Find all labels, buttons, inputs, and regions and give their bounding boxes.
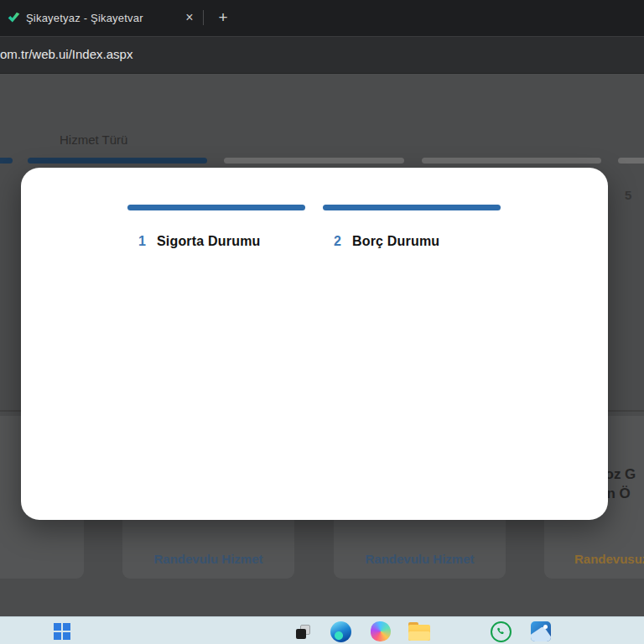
sikayetvar-favicon-check-icon [7,11,21,25]
modal-step-2-label: Borç Durumu [352,234,439,249]
edge-button[interactable] [330,621,351,642]
modal-step-2-progress-bar [323,205,501,210]
bg-step-bar-2 [224,158,404,164]
whatsapp-button[interactable] [490,621,512,642]
task-view-icon [296,625,310,639]
modal-step-1: 1 Sigorta Durumu [127,205,305,249]
edge-icon [330,621,351,642]
new-tab-button[interactable]: + [213,8,233,28]
service-card-button[interactable]: Randevulu Hizmet [334,552,506,566]
service-card-button[interactable]: u Hizmet [0,552,84,580]
whatsapp-icon [491,621,512,642]
tab-title: Şikayetyaz - Şikayetvar [26,12,143,24]
tab-close-icon[interactable]: × [180,8,199,27]
windows-taskbar [0,616,644,644]
copilot-button[interactable] [370,621,392,642]
modal-dialog: 1 Sigorta Durumu 2 Borç Durumu [21,168,608,520]
photos-button[interactable] [530,621,552,642]
browser-tab-strip: Şikayetyaz - Şikayetvar × + [0,0,644,36]
service-card-button[interactable]: Randevulu Hizmet [122,552,294,566]
file-explorer-button[interactable] [408,621,430,642]
modal-step-1-number: 1 [138,234,146,249]
page-heading: Hizmet Türü [60,132,127,147]
copilot-icon [371,621,391,641]
bg-step-bar-0 [0,158,13,164]
service-card-button[interactable]: Randevusuz [544,552,644,566]
bg-step-bar-1 [28,158,207,164]
modal-step-1-label: Sigorta Durumu [157,234,261,249]
bg-step-bar-3 [422,158,601,164]
address-bar[interactable]: om.tr/web.ui/Index.aspx [0,36,644,74]
task-view-button[interactable] [292,621,314,642]
url-text: om.tr/web.ui/Index.aspx [0,47,132,61]
file-explorer-icon [408,626,430,641]
tab-separator [203,10,204,25]
modal-step-1-progress-bar [127,205,305,210]
modal-step-2-number: 2 [334,234,341,249]
photos-icon [531,621,551,641]
modal-step-2: 2 Borç Durumu [323,205,501,249]
start-button[interactable] [51,621,73,642]
bg-step-number: 5 [625,188,631,202]
screen: Şikayetyaz - Şikayetvar × + om.tr/web.ui… [0,0,644,644]
bg-step-bar-4 [618,158,644,164]
windows-start-icon [54,623,70,640]
